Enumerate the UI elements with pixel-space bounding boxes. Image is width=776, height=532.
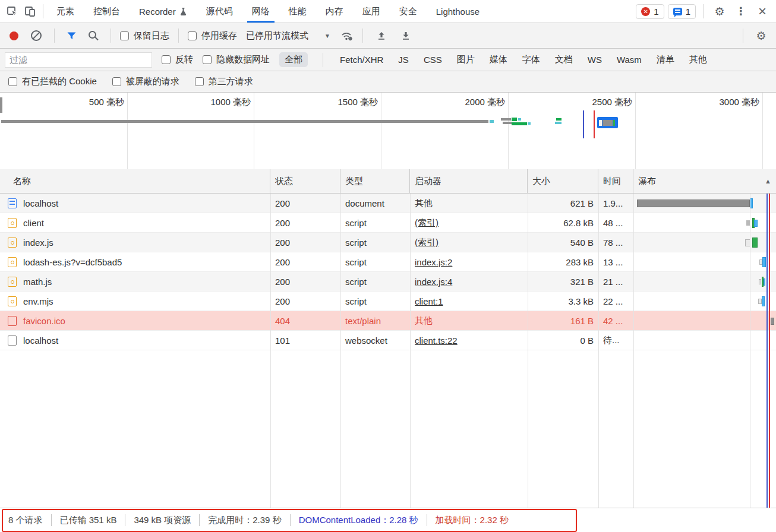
tab-security[interactable]: 安全 <box>390 0 427 23</box>
initiator-link[interactable]: index.js:4 <box>415 277 452 287</box>
network-conditions-icon[interactable] <box>340 30 354 42</box>
filter-chip-ws[interactable]: WS <box>586 53 604 66</box>
filter-chip-js[interactable]: JS <box>396 53 411 66</box>
box-white-segment <box>599 120 602 126</box>
column-header-2[interactable]: 类型 <box>340 169 410 193</box>
request-waterfall-cell <box>633 233 776 252</box>
box-green-segment <box>613 120 615 126</box>
preserve-log-checkbox[interactable]: 保留日志 <box>120 30 169 42</box>
request-size: 321 B <box>570 277 594 287</box>
filter-chip-wasm[interactable]: Wasm <box>615 53 643 66</box>
close-icon[interactable]: × <box>753 2 771 20</box>
request-type: document <box>345 198 384 208</box>
request-status-cell: 200 <box>270 233 340 252</box>
export-har-icon[interactable] <box>401 31 411 41</box>
tab-performance[interactable]: 性能 <box>279 0 316 23</box>
request-row-env.mjs[interactable]: env.mjs200scriptclient:13.3 kB22 ... <box>0 292 776 311</box>
request-row-localhost[interactable]: localhost200document其他621 B1.9... <box>0 194 776 213</box>
filter-chip-font[interactable]: 字体 <box>521 52 542 67</box>
filter-input[interactable] <box>5 52 152 68</box>
request-row-math.js[interactable]: math.js200scriptindex.js:4321 B21 ... <box>0 272 776 292</box>
settings-gear-icon[interactable]: ⚙ <box>711 2 728 20</box>
filter-chip-other[interactable]: 其他 <box>687 52 709 67</box>
issues-badge[interactable]: 1 <box>668 4 696 19</box>
request-name: client <box>23 218 44 228</box>
filter-chip-doc[interactable]: 文档 <box>553 52 575 67</box>
timeline-tick-label: 500 毫秒 <box>89 97 124 108</box>
filter-chip-manifest[interactable]: 清单 <box>655 52 676 67</box>
kebab-menu-icon[interactable]: ⋮ <box>732 2 750 20</box>
filter-funnel-icon[interactable] <box>67 31 77 41</box>
filter-chip-media[interactable]: 媒体 <box>488 52 509 67</box>
clear-network-log-icon[interactable] <box>31 30 42 41</box>
network-overview-timeline[interactable]: 500 毫秒1000 毫秒1500 毫秒2000 毫秒2500 毫秒3000 毫… <box>0 93 776 170</box>
search-icon[interactable] <box>89 31 96 39</box>
request-row-lodash-es.js?v=dcf5bad5[interactable]: lodash-es.js?v=dcf5bad5200scriptindex.js… <box>0 252 776 272</box>
initiator-link[interactable]: (索引) <box>415 237 439 248</box>
tab-console[interactable]: 控制台 <box>84 0 130 23</box>
initiator-link[interactable]: (索引) <box>415 217 439 229</box>
network-settings-gear-icon[interactable]: ⚙ <box>752 27 770 45</box>
error-count: 1 <box>654 7 658 17</box>
divider <box>54 28 55 43</box>
filter-chip-fetch-xhr[interactable]: Fetch/XHR <box>338 53 385 66</box>
file-error-icon <box>8 316 17 326</box>
tab-sources[interactable]: 源代码 <box>197 0 242 23</box>
column-header-0[interactable]: 名称 <box>0 169 270 193</box>
initiator-link[interactable]: index.js:2 <box>415 257 452 267</box>
waterfall-bar <box>762 296 765 306</box>
filter-chip-css[interactable]: CSS <box>422 53 444 66</box>
status-code: 404 <box>275 316 290 326</box>
divider <box>111 28 111 43</box>
timeline-tick-label: 1500 毫秒 <box>337 97 378 108</box>
throttling-select[interactable]: 已停用节流模式 <box>246 30 308 42</box>
invert-checkbox[interactable]: 反转 <box>162 54 193 65</box>
tab-label: 网络 <box>252 6 270 17</box>
request-time-cell: 1.9... <box>598 194 633 213</box>
errors-badge[interactable]: ✕ 1 <box>636 4 664 19</box>
overview-resize-grip[interactable] <box>0 97 2 113</box>
disable-cache-checkbox[interactable]: 停用缓存 <box>188 30 237 42</box>
request-status-cell: 200 <box>270 194 340 213</box>
tab-recorder[interactable]: Recorder <box>130 0 197 23</box>
record-button[interactable] <box>10 31 18 40</box>
request-name: localhost <box>23 335 58 346</box>
request-row-client[interactable]: client200script(索引)62.8 kB48 ... <box>0 213 776 233</box>
tab-memory[interactable]: 内存 <box>316 0 353 23</box>
column-header-6[interactable]: 瀑布▲ <box>633 169 776 193</box>
import-har-icon[interactable] <box>377 31 386 41</box>
column-header-1[interactable]: 状态 <box>270 169 340 193</box>
overview-selected-request-box[interactable] <box>597 117 618 128</box>
request-row-localhost[interactable]: localhost101websocketclient.ts:220 B待... <box>0 331 776 350</box>
initiator-link[interactable]: client.ts:22 <box>415 335 458 346</box>
inspect-element-button[interactable] <box>4 2 21 20</box>
tab-application[interactable]: 应用 <box>353 0 390 23</box>
column-header-5[interactable]: 时间 <box>598 169 633 193</box>
request-row-index.js[interactable]: index.js200script(索引)540 B78 ... <box>0 233 776 252</box>
request-name: env.mjs <box>23 296 53 306</box>
initiator-link[interactable]: client:1 <box>415 296 443 306</box>
column-header-3[interactable]: 启动器 <box>410 169 528 193</box>
hide-data-urls-label: 隐藏数据网址 <box>216 54 270 65</box>
sort-ascending-icon[interactable]: ▲ <box>765 178 771 185</box>
filter-chip-img[interactable]: 图片 <box>455 52 477 67</box>
option-checkbox-blocked-cookies[interactable]: 有已拦截的 Cookie <box>8 76 97 87</box>
tab-network[interactable]: 网络 <box>242 0 279 23</box>
request-name-cell: favicon.ico <box>0 311 270 331</box>
tab-elements[interactable]: 元素 <box>47 0 84 23</box>
status-bar-item: 349 kB 项资源 <box>134 515 191 526</box>
option-checkbox-blocked-requests[interactable]: 被屏蔽的请求 <box>112 76 179 87</box>
filter-chip-all[interactable]: 全部 <box>279 52 308 67</box>
divider <box>743 28 743 43</box>
tab-lighthouse[interactable]: Lighthouse <box>427 0 489 23</box>
option-checkbox-third-party[interactable]: 第三方请求 <box>195 76 253 87</box>
hide-data-urls-checkbox[interactable]: 隐藏数据网址 <box>203 54 270 65</box>
request-row-favicon.ico[interactable]: favicon.ico404text/plain其他161 B42 ... <box>0 311 776 331</box>
chevron-down-icon[interactable]: ▼ <box>324 33 330 39</box>
device-toolbar-button[interactable] <box>21 2 39 20</box>
timeline-gridline <box>127 93 128 169</box>
column-header-4[interactable]: 大小 <box>528 169 598 193</box>
request-time-cell: 78 ... <box>598 233 633 252</box>
request-name-cell: math.js <box>0 272 270 292</box>
divider <box>199 514 200 526</box>
